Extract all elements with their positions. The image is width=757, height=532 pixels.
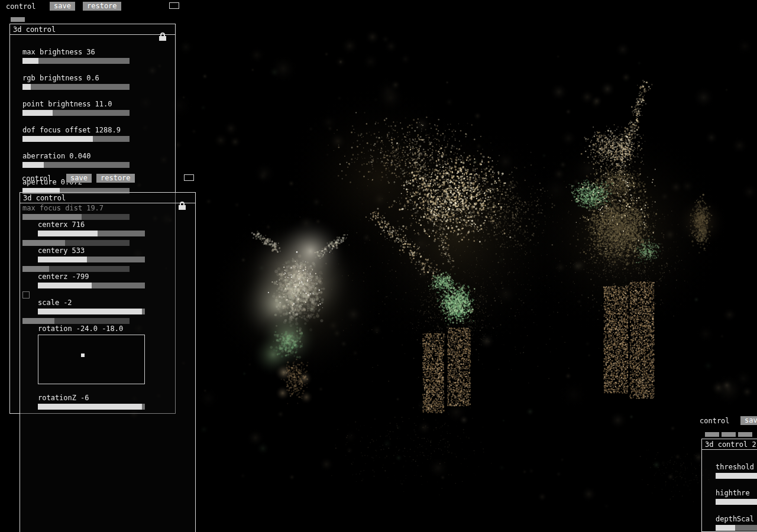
panel3-header-title: control <box>700 417 730 425</box>
panel1-group-title: 3d control <box>13 25 56 34</box>
panel2-minimize-box[interactable] <box>184 174 194 181</box>
slider-fill <box>38 257 87 262</box>
slider-label: centery <box>38 246 68 255</box>
slider-row-aberration: aberration0.040 <box>22 152 130 168</box>
panel1-minimize-box[interactable] <box>169 2 179 9</box>
slider-track[interactable] <box>22 136 130 142</box>
slider-track[interactable] <box>38 404 145 410</box>
panel2-restore-button[interactable]: restore <box>96 174 135 183</box>
rotation-pad-row: rotation-24.0 -18.0 <box>38 325 145 384</box>
slider-value: 716 <box>72 220 85 229</box>
panel3-collapsed-tab[interactable] <box>738 432 752 437</box>
slider-label: centerz <box>38 273 68 281</box>
rotation-xy-pad[interactable] <box>38 335 145 384</box>
slider-label: threshold <box>716 463 754 471</box>
slider-label: scale <box>38 299 59 307</box>
slider-row-highthreshold: highthre <box>716 489 757 505</box>
slider-value: 0.040 <box>69 152 90 160</box>
slider-row-rgb-brightness: rgb brightness0.6 <box>22 74 130 90</box>
slider-fill <box>22 110 53 116</box>
panel3-group-header[interactable]: 3d control 2 <box>702 439 757 450</box>
slider-track[interactable] <box>22 84 130 90</box>
slider-fill <box>22 162 44 168</box>
slider-fill <box>38 283 92 288</box>
slider-label: rotationZ <box>38 394 76 402</box>
slider-label: centerx <box>38 220 68 229</box>
slider-track[interactable] <box>38 309 145 314</box>
panel1-restore-button[interactable]: restore <box>83 2 121 11</box>
panel3-collapsed-tab[interactable] <box>722 432 736 437</box>
slider-fill <box>22 136 93 142</box>
lock-body <box>159 36 166 41</box>
slider-fill <box>716 473 757 479</box>
slider-track[interactable] <box>716 499 757 505</box>
slider-value: -2 <box>63 299 72 307</box>
slider-label: highthre <box>716 489 750 497</box>
slider-label: max brightness <box>22 48 82 56</box>
slider-label: point brightness <box>22 100 91 108</box>
slider-track[interactable] <box>716 525 757 531</box>
slider-fill <box>716 525 735 531</box>
pad-value: -24.0 -18.0 <box>76 325 123 333</box>
slider-row-rotationz: rotationZ-6 <box>38 394 145 410</box>
slider-row-centerx: centerx716 <box>38 220 145 236</box>
lock-body <box>179 205 186 210</box>
slider-row-dof-focus-offset: dof focus offset1288.9 <box>22 126 130 142</box>
slider-label: aberration <box>22 152 65 160</box>
slider-row-max-brightness: max brightness36 <box>22 48 130 64</box>
slider-row-depthscale: depthScal <box>716 515 757 531</box>
pad-label: rotation <box>38 325 72 333</box>
slider-track[interactable] <box>22 162 130 168</box>
panel3-group-title: 3d control 2 <box>705 440 756 449</box>
slider-label: depthScal <box>716 515 754 523</box>
panel1-group-header[interactable]: 3d control <box>10 24 175 35</box>
slider-row-threshold: threshold <box>716 463 757 479</box>
slider-value: -6 <box>80 394 89 402</box>
panel1-save-button[interactable]: save <box>50 2 75 11</box>
slider-track[interactable] <box>38 257 145 262</box>
slider-fill <box>22 84 31 90</box>
panel3-save-button[interactable]: save <box>740 416 757 425</box>
slider-track[interactable] <box>38 231 145 236</box>
panel2-group-header[interactable]: 3d control <box>20 193 195 203</box>
slider-value: 11.0 <box>95 100 112 108</box>
panel2-save-button[interactable]: save <box>66 174 92 183</box>
panel3-collapsed-tab[interactable] <box>705 432 719 437</box>
slider-value: -799 <box>72 273 89 281</box>
slider-track[interactable] <box>716 473 757 479</box>
slider-track[interactable] <box>38 283 145 288</box>
slider-fill <box>38 309 142 314</box>
panel1-lock-icon[interactable] <box>159 33 167 41</box>
slider-fill <box>38 404 142 410</box>
slider-track[interactable] <box>22 110 130 116</box>
panel2-header-title: control <box>22 174 52 183</box>
panel2-group-title: 3d control <box>23 194 66 202</box>
panel2-lock-icon[interactable] <box>179 202 187 210</box>
slider-row-scale: scale-2 <box>38 299 145 314</box>
slider-fill <box>38 231 98 236</box>
slider-row-centerz: centerz-799 <box>38 273 145 288</box>
panel3-3d-control-2: 3d control 2 threshold highthre depthSca… <box>701 439 757 532</box>
slider-label: dof focus offset <box>22 126 91 134</box>
panel2-3d-control: 3d control centerx716 centery533 centerz… <box>20 192 196 532</box>
slider-track[interactable] <box>22 58 130 64</box>
panel1-collapsed-tab[interactable] <box>11 17 25 22</box>
slider-fill <box>716 499 757 505</box>
rotation-pad-handle[interactable] <box>81 353 85 357</box>
slider-value: 1288.9 <box>95 126 121 134</box>
panel1-header-title: control <box>6 2 36 11</box>
slider-fill <box>22 58 38 64</box>
slider-row-point-brightness: point brightness11.0 <box>22 100 130 116</box>
slider-value: 0.6 <box>86 74 99 82</box>
slider-value: 533 <box>72 246 85 255</box>
slider-label: rgb brightness <box>22 74 82 82</box>
slider-row-centery: centery533 <box>38 246 145 262</box>
slider-value: 36 <box>86 48 95 56</box>
